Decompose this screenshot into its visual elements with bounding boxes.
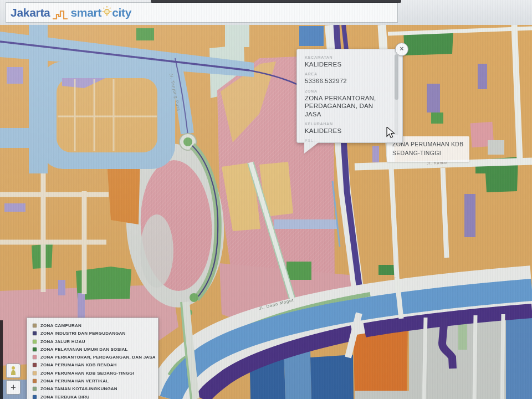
popup-field: KECAMATANKALIDERES (305, 55, 390, 68)
zone-tooltip-line2: SEDANG-TINGGI (392, 149, 464, 158)
brand-smart: smart (70, 6, 101, 19)
zoom-in-label: + (11, 382, 16, 392)
legend-item: ZONA PERUMAHAN VERTIKAL (33, 378, 152, 383)
popup-field-value: ZONA PERKANTORAN, PERDAGANGAN, DAN JASA (305, 94, 390, 118)
legend-item-label: ZONA TAMAN KOTA/LINGKUNGAN (40, 386, 117, 391)
legend-item: ZONA JALUR HIJAU (33, 339, 152, 344)
popup-field-label: KELURAHAN (305, 122, 390, 126)
skyline-icon (52, 8, 69, 21)
popup-field-label: ZONA (305, 89, 390, 93)
popup-scrollbar-thumb[interactable] (395, 54, 398, 100)
photo-artifact-top (151, 0, 401, 3)
popup-field-value: KALIDERES (305, 60, 390, 68)
legend-item-label: ZONA INDUSTRI DAN PERGUDANGAN (40, 331, 126, 336)
legend-item-label: ZONA PERKANTORAN, PERDAGANGAN, DAN JASA (40, 355, 156, 360)
pegman-button[interactable] (6, 364, 21, 378)
popup-field: KELURAHANKALIDERES (305, 122, 390, 135)
brand-jakarta: Jakarta (11, 6, 50, 19)
legend-item: ZONA PERUMAHAN KDB SEDANG-TINGGI (33, 371, 152, 376)
legend-item: ZONA TERBUKA BIRU (33, 395, 152, 399)
roundabout-green (183, 137, 192, 146)
pegman-icon (9, 366, 17, 376)
legend-panel: ZONA CAMPURANZONA INDUSTRI DAN PERGUDANG… (27, 318, 158, 399)
popup-field-label: KECAMATAN (305, 55, 390, 59)
legend-swatch (33, 331, 37, 335)
popup-field: AREA53366.532972 (305, 72, 390, 85)
legend-swatch (33, 324, 37, 328)
legend-swatch (33, 371, 37, 375)
popup-scrollbar[interactable] (395, 54, 398, 135)
legend-item-label: ZONA PERUMAHAN VERTIKAL (40, 378, 109, 383)
legend-item: ZONA PERUMAHAN KDB RENDAH (33, 362, 152, 367)
legend-item: ZONA PERKANTORAN, PERDAGANGAN, DAN JASA (33, 355, 152, 360)
legend-item: ZONA CAMPURAN (33, 323, 152, 328)
popup-fields: KECAMATANKALIDERESAREA53366.532972ZONAZO… (305, 55, 390, 142)
popup-tail (304, 142, 319, 154)
popup-field-value: KALIDERES (305, 127, 390, 135)
legend-item: ZONA INDUSTRI DAN PERGUDANGAN (33, 331, 152, 336)
legend-item-label: ZONA CAMPURAN (40, 323, 81, 328)
legend-item-label: ZONA PERUMAHAN KDB SEDANG-TINGGI (40, 371, 134, 376)
legend-swatch (33, 355, 37, 359)
app-header: Jakarta smart city (0, 0, 532, 25)
legend-swatch (33, 395, 37, 399)
legend-swatch (33, 387, 37, 391)
lightbulb-icon (102, 4, 112, 18)
legend-items: ZONA CAMPURANZONA INDUSTRI DAN PERGUDANG… (33, 323, 152, 399)
legend-item-label: ZONA JALUR HIJAU (40, 339, 85, 344)
legend-swatch (33, 347, 37, 351)
legend-item-label: ZONA TERBUKA BIRU (40, 395, 90, 399)
brand-logo: Jakarta smart city (6, 2, 398, 23)
legend-item: ZONA PELAYANAN UMUM DAN SOSIAL (33, 347, 152, 352)
photo-artifact-left (0, 320, 3, 399)
popup-field: ZONAZONA PERKANTORAN, PERDAGANGAN, DAN J… (305, 89, 390, 118)
legend-item-label: ZONA PERUMAHAN KDB RENDAH (40, 362, 117, 367)
legend-item-label: ZONA PELAYANAN UMUM DAN SOSIAL (40, 347, 128, 352)
popup-field-label: AREA (305, 72, 390, 76)
legend-swatch (33, 363, 37, 367)
zoom-in-button[interactable]: + (6, 380, 21, 395)
legend-item: ZONA TAMAN KOTA/LINGKUNGAN (33, 386, 152, 391)
popup-field-value: 53366.532972 (305, 77, 390, 85)
legend-swatch (33, 379, 37, 383)
zone-tooltip-line1: ZONA PERUMAHAN KDB (392, 140, 464, 149)
brand-city: city (112, 6, 131, 19)
legend-swatch (33, 340, 37, 344)
mouse-cursor (386, 127, 398, 140)
jakarta-smart-city-map-screen: Jl. Tanjung Pura Jl. Daan Mogot Jl. Kama… (0, 0, 532, 399)
